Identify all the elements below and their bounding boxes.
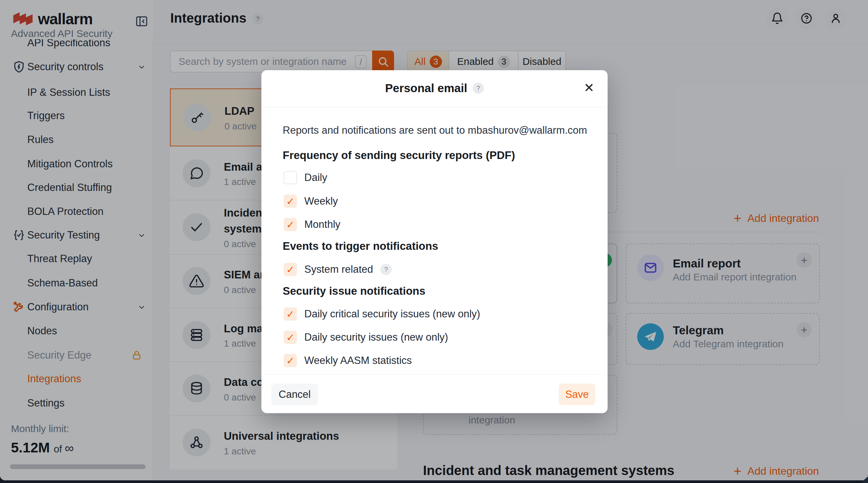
system-related-help-icon[interactable]: ? bbox=[380, 264, 392, 275]
checkbox-weekly[interactable]: ✓ bbox=[284, 194, 297, 208]
modal-header-divider bbox=[261, 107, 608, 108]
modal-title: Personal email bbox=[385, 82, 467, 95]
checkbox-daily-security[interactable]: ✓ bbox=[284, 331, 297, 344]
close-icon[interactable]: ✕ bbox=[584, 82, 594, 94]
modal-footer-divider bbox=[261, 374, 608, 374]
section-heading-events: Events to trigger notifications bbox=[283, 240, 438, 252]
check-icon: ✓ bbox=[286, 355, 294, 367]
option-daily: ✓ Daily bbox=[284, 170, 327, 185]
option-daily-critical: ✓ Daily critical security issues (new on… bbox=[284, 307, 480, 321]
section-heading-security-issues: Security issue notifications bbox=[283, 285, 425, 297]
modal-intro-text: Reports and notifications are sent out t… bbox=[283, 124, 587, 137]
check-icon: ✓ bbox=[286, 332, 294, 343]
checkbox-monthly[interactable]: ✓ bbox=[284, 218, 297, 231]
checkbox-daily[interactable]: ✓ bbox=[284, 171, 297, 184]
option-monthly: ✓ Monthly bbox=[284, 217, 341, 232]
check-icon: ✓ bbox=[286, 219, 294, 231]
personal-email-modal: Personal email ? ✕ Reports and notificat… bbox=[261, 70, 608, 413]
checkbox-daily-critical[interactable]: ✓ bbox=[284, 307, 297, 321]
modal-help-icon[interactable]: ? bbox=[472, 83, 484, 94]
option-system-related: ✓ System related ? bbox=[284, 262, 392, 277]
option-weekly-aasm: ✓ Weekly AASM statistics bbox=[284, 353, 412, 368]
option-daily-security: ✓ Daily security issues (new only) bbox=[284, 330, 448, 344]
save-button[interactable]: Save bbox=[559, 384, 595, 405]
checkbox-weekly-aasm[interactable]: ✓ bbox=[284, 354, 297, 367]
section-heading-frequency: Frequency of sending security reports (P… bbox=[283, 149, 515, 162]
screen: API Specifications wallarm Advanced API … bbox=[0, 0, 868, 483]
checkbox-system-related[interactable]: ✓ bbox=[284, 263, 297, 276]
check-icon: ✓ bbox=[286, 264, 294, 275]
cancel-button[interactable]: Cancel bbox=[271, 384, 318, 405]
check-icon: ✓ bbox=[286, 195, 294, 207]
option-weekly: ✓ Weekly bbox=[284, 194, 338, 209]
app-window: API Specifications wallarm Advanced API … bbox=[0, 0, 868, 480]
check-icon: ✓ bbox=[286, 308, 294, 320]
